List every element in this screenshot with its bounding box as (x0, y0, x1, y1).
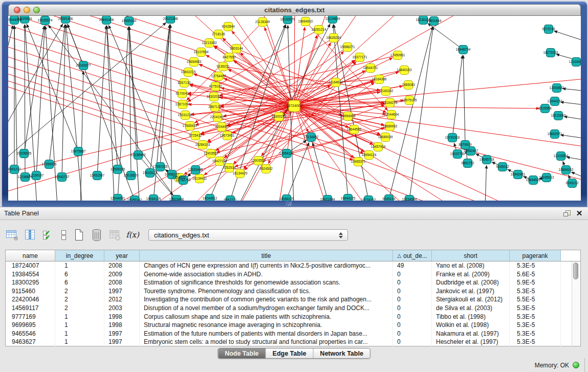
column-header-out-degree[interactable]: △out_de... (393, 250, 432, 261)
tab-network-table[interactable]: Network Table (313, 348, 370, 358)
cell-title[interactable]: Structural magnetic resonance image aver… (140, 321, 393, 330)
cell-out_degree[interactable]: 49 (393, 261, 432, 270)
cell-pagerank[interactable]: 5.5E-5 (510, 295, 561, 304)
cell-short[interactable]: de Silva et al. (2003) (432, 304, 510, 313)
cell-in_degree[interactable]: 6 (55, 270, 104, 279)
close-panel-button[interactable]: ✕ (575, 209, 584, 217)
cell-year[interactable]: 2003 (104, 304, 140, 313)
cell-short[interactable]: Yano et al. (2008) (432, 261, 510, 270)
cell-pagerank[interactable]: 5.9E-5 (510, 278, 561, 287)
cell-year[interactable]: 1997 (104, 287, 140, 296)
cell-in_degree[interactable]: 1 (55, 321, 104, 330)
cell-pagerank[interactable]: 5.3E-5 (510, 304, 561, 313)
cell-name[interactable]: 18300295 (6, 278, 55, 287)
cell-in_degree[interactable]: 1 (55, 313, 104, 321)
delete-table-button[interactable] (106, 227, 123, 243)
cell-out_degree[interactable]: 0 (393, 270, 432, 279)
cell-name[interactable]: 22420046 (6, 295, 55, 304)
cell-title[interactable]: Disruption of a novel member of a sodium… (140, 304, 393, 313)
cell-pagerank[interactable]: 5.3E-5 (510, 330, 561, 338)
cell-title[interactable]: Investigating the contribution of common… (140, 295, 393, 304)
cell-year[interactable]: 2012 (104, 295, 140, 304)
graph-node-label: 18273183 (543, 51, 558, 54)
cell-in_degree[interactable]: 2 (55, 304, 104, 313)
cell-year[interactable]: 2008 (104, 261, 140, 270)
cell-pagerank[interactable]: 5.3E-5 (510, 321, 561, 330)
cell-pagerank[interactable]: 5.3E-5 (510, 313, 561, 321)
cell-out_degree[interactable]: 0 (393, 278, 432, 287)
cell-short[interactable]: Stergiakouli et al. (2012) (432, 295, 510, 304)
column-header-short[interactable]: short (432, 250, 510, 261)
cell-short[interactable]: Jankovic et al. (1997) (432, 287, 510, 296)
cell-short[interactable]: Wolkin et al. (1998) (432, 321, 510, 330)
cell-pagerank[interactable]: 5.3E-5 (510, 261, 561, 270)
cell-title[interactable]: Estimation of the future numbers of pati… (140, 330, 393, 338)
scrollbar-thumb[interactable] (573, 262, 578, 279)
tab-edge-table[interactable]: Edge Table (266, 348, 314, 358)
cell-name[interactable]: 14569117 (6, 304, 55, 313)
cell-pagerank[interactable]: 5.3E-5 (510, 287, 561, 296)
cell-name[interactable]: 9465546 (6, 330, 55, 338)
column-header-name[interactable]: name (6, 250, 55, 261)
column-header-in-degree[interactable]: in_degree (55, 250, 104, 261)
cell-in_degree[interactable]: 1 (55, 338, 104, 346)
table-select-dropdown[interactable]: citations_edges.txt (148, 229, 348, 241)
delete-column-button[interactable] (89, 227, 105, 243)
cell-title[interactable]: Estimation of significance thresholds fo… (140, 278, 393, 287)
cell-out_degree[interactable]: 0 (393, 330, 432, 338)
window-titlebar[interactable]: citations_edges.txt (8, 4, 581, 16)
network-canvas[interactable]: 1872400792428442718126122133431610755419… (8, 16, 581, 201)
window-resize-grip[interactable] (286, 201, 292, 206)
cell-year[interactable]: 2009 (104, 270, 140, 279)
cell-title[interactable]: Changes of HCN gene expression and I(f) … (140, 261, 393, 270)
float-panel-button[interactable] (562, 209, 572, 217)
cell-year[interactable]: 1998 (104, 313, 140, 321)
network-graph[interactable]: 1872400792428442718126122133431610755419… (8, 16, 581, 201)
cell-name[interactable]: 19384554 (6, 270, 55, 279)
row-options-button[interactable] (58, 227, 69, 243)
cell-name[interactable]: 9115460 (6, 287, 55, 296)
cell-name[interactable]: 9777169 (6, 313, 55, 321)
cell-short[interactable]: Hescheler et al. (1997) (432, 338, 510, 346)
function-builder-button[interactable]: f(x) (124, 227, 141, 243)
column-header-year[interactable]: year (104, 250, 140, 261)
cell-name[interactable]: 9699695 (6, 321, 55, 330)
graph-node-label: 19037750 (450, 152, 465, 156)
cell-short[interactable]: Franke et al. (2009) (432, 270, 510, 279)
cell-in_degree[interactable]: 2 (55, 287, 104, 296)
cell-year[interactable]: 1998 (104, 321, 140, 330)
cell-in_degree[interactable]: 2 (55, 295, 104, 304)
table-vertical-scrollbar[interactable] (572, 261, 580, 345)
table-options-button[interactable]: ⚙ (4, 227, 20, 243)
cell-out_degree[interactable]: 0 (393, 313, 432, 321)
cell-in_degree[interactable]: 6 (55, 278, 104, 287)
cell-out_degree[interactable]: 0 (393, 338, 432, 346)
select-rows-button[interactable]: ✔ ✔ (40, 227, 56, 243)
cell-short[interactable]: Dudbridge et al. (2008) (432, 278, 510, 287)
cell-title[interactable]: Tourette syndrome. Phenomenology and cla… (140, 287, 393, 296)
column-header-title[interactable]: title (140, 250, 393, 261)
tab-node-table[interactable]: Node Table (218, 348, 266, 358)
cell-out_degree[interactable]: 0 (393, 321, 432, 330)
cell-title[interactable]: Corpus callosum shape and size in male p… (140, 313, 393, 321)
cell-in_degree[interactable]: 1 (55, 261, 104, 270)
cell-title[interactable]: Embryonic stem cells: a model to study s… (140, 338, 393, 346)
cell-name[interactable]: 9463627 (6, 338, 55, 346)
cell-out_degree[interactable]: 0 (393, 295, 432, 304)
cell-pagerank[interactable]: 5.6E-5 (510, 270, 561, 279)
cell-out_degree[interactable]: 0 (393, 304, 432, 313)
cell-year[interactable]: 2008 (104, 278, 140, 287)
cell-short[interactable]: Nakamura et al. (1997) (432, 330, 510, 338)
cell-name[interactable]: 18724007 (6, 261, 55, 270)
cell-year[interactable]: 1997 (104, 330, 140, 338)
cell-in_degree[interactable]: 1 (55, 330, 104, 338)
cell-out_degree[interactable]: 0 (393, 287, 432, 296)
column-header-pagerank[interactable]: pagerank (510, 250, 561, 261)
cell-year[interactable]: 1997 (104, 338, 140, 346)
cell-short[interactable]: Tibbo et al. (1998) (432, 313, 510, 321)
cell-pagerank[interactable]: 5.3E-5 (510, 338, 561, 346)
cell-title[interactable]: Genome-wide association studies in ADHD. (140, 270, 393, 279)
create-column-button[interactable] (71, 227, 87, 243)
show-column-button[interactable] (22, 227, 38, 243)
graph-node-label: 10694152 (559, 168, 574, 171)
